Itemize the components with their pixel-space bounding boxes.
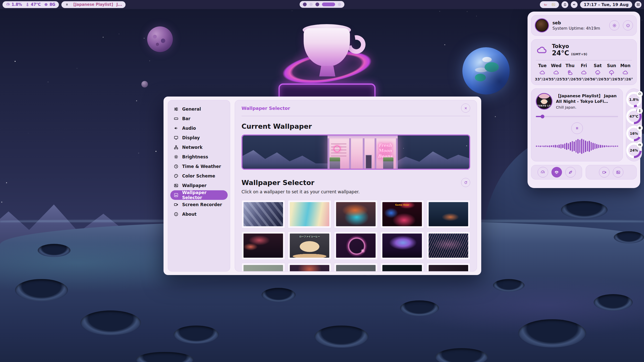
sidebar-item-display[interactable]: Display bbox=[170, 133, 228, 143]
gauge-disk: 24% bbox=[626, 143, 642, 158]
workspace-dot[interactable] bbox=[309, 3, 313, 6]
sidebar-item-about[interactable]: About bbox=[170, 209, 228, 219]
crater bbox=[493, 279, 525, 292]
sidebar-item-color-scheme[interactable]: Color Scheme bbox=[170, 171, 228, 181]
close-button[interactable] bbox=[461, 104, 470, 113]
tray-app-icon-b[interactable] bbox=[551, 2, 556, 7]
slider-thumb[interactable] bbox=[541, 115, 544, 118]
wallpaper-thumb-near-black[interactable] bbox=[380, 263, 424, 272]
powersaver-mode-button[interactable] bbox=[565, 167, 576, 177]
sidebar-item-network[interactable]: Network bbox=[170, 143, 228, 152]
wallpaper-thumb-mesh-wave[interactable] bbox=[427, 232, 470, 260]
earth-planet bbox=[462, 47, 510, 95]
wallpaper-thumb-eclipse-ring[interactable] bbox=[334, 232, 378, 260]
seek-slider[interactable] bbox=[536, 115, 618, 118]
dashboard-button[interactable] bbox=[635, 1, 641, 8]
waveform-bar bbox=[596, 144, 597, 149]
wallpaper-thumb-image bbox=[429, 202, 468, 226]
wallpaper-thumb-nebula-forest[interactable] bbox=[380, 232, 424, 260]
chip-icon bbox=[44, 3, 48, 7]
wallpaper-thumb-gray-green[interactable] bbox=[242, 263, 285, 272]
wallpaper-thumb-image bbox=[244, 202, 283, 226]
weather-day-temps: 33°/26° bbox=[562, 77, 578, 81]
weather-day-temps: 33°/26° bbox=[618, 77, 633, 81]
wallpaper-thumb-aurora-blur[interactable] bbox=[334, 200, 378, 228]
waveform-bar bbox=[608, 146, 609, 147]
media-player-pill[interactable]: 【Japanese Playlist】 J... bbox=[61, 1, 126, 8]
audio-visualizer bbox=[536, 135, 618, 157]
sidebar-item-screen-recorder[interactable]: Screen Recorder bbox=[170, 200, 228, 209]
system-tray[interactable] bbox=[540, 1, 559, 8]
screen-record-button[interactable] bbox=[599, 167, 610, 177]
sidebar-item-general[interactable]: General bbox=[170, 104, 228, 114]
sidebar-item-label: Display bbox=[182, 135, 200, 140]
wallpaper-thumb-snowy-night-village[interactable] bbox=[427, 200, 470, 228]
waveform-bar bbox=[558, 145, 560, 148]
wallpaper-thumb-autumn-dark[interactable] bbox=[288, 263, 331, 272]
workspace-indicator[interactable] bbox=[300, 1, 344, 8]
sidebar-item-bar[interactable]: Bar bbox=[170, 114, 228, 123]
wallpaper-thumb-image bbox=[429, 265, 468, 272]
weather-forecast: Tue33°/24°Wed35°/25°Thu33°/26°Fri35°/26°… bbox=[536, 63, 632, 81]
weather-day-name: Mon bbox=[620, 63, 631, 68]
sidebar-item-label: Audio bbox=[182, 126, 196, 131]
wallpaper-thumb-slate-gray[interactable] bbox=[334, 263, 378, 272]
workspace-dot[interactable] bbox=[303, 3, 307, 6]
system-stats-pill[interactable]: 1.8% 47°C 8G bbox=[3, 1, 59, 8]
crater bbox=[80, 310, 141, 335]
power-button[interactable] bbox=[623, 20, 633, 30]
weather-day-temps: 35°/25° bbox=[549, 77, 564, 81]
waveform-bar bbox=[589, 141, 590, 152]
gauge-chip: 16% bbox=[626, 126, 642, 141]
system-uptime: System Uptime: 4h19m bbox=[552, 26, 606, 31]
play-pause-button[interactable] bbox=[571, 122, 583, 134]
wallpaper-thumb-pastel-gradient[interactable] bbox=[288, 200, 331, 228]
scales-icon bbox=[554, 170, 559, 175]
wallpaper-thumb-cyberpunk-arcade[interactable]: Game Over bbox=[380, 200, 424, 228]
wallpaper-thumb-crimson-forest[interactable] bbox=[242, 232, 285, 260]
wallpaper-thumb-lofi-coffee-shop[interactable]: ローファイコーヒー bbox=[288, 232, 331, 260]
tray-app-icon-a[interactable] bbox=[543, 2, 548, 7]
settings-button[interactable] bbox=[609, 20, 619, 30]
wallpaper-thumb-label: ローファイコーヒー bbox=[299, 235, 320, 238]
wallpaper-thumb-dark-maroon[interactable] bbox=[427, 263, 470, 272]
waveform-bar bbox=[536, 146, 537, 147]
network-icon bbox=[174, 145, 179, 150]
workspace-dot[interactable] bbox=[315, 3, 319, 6]
clock-pill[interactable]: 17:17 - Tue, 19 Aug bbox=[580, 1, 632, 8]
crater bbox=[15, 279, 68, 301]
weather-card: Tokyo 24°C (GMT+9) Tue33°/24°Wed35°/25°T… bbox=[531, 39, 637, 85]
volume-button[interactable] bbox=[571, 1, 578, 8]
video-camera-icon bbox=[602, 170, 607, 175]
bar-right: 17:17 - Tue, 19 Aug bbox=[540, 1, 641, 8]
sidebar-item-audio[interactable]: Audio bbox=[170, 123, 228, 133]
workspace-dot[interactable] bbox=[338, 3, 341, 6]
screenshot-button[interactable] bbox=[613, 167, 623, 177]
waveform-bar bbox=[585, 141, 586, 152]
speaker-icon bbox=[572, 3, 576, 7]
balanced-mode-button[interactable] bbox=[551, 167, 562, 177]
waveform-bar bbox=[613, 146, 615, 147]
refresh-button[interactable] bbox=[461, 178, 470, 187]
system-gauges-card: 1.8%47°C16%24% bbox=[626, 88, 642, 161]
performance-mode-button[interactable] bbox=[538, 167, 548, 177]
sidebar-item-brightness[interactable]: Brightness bbox=[170, 152, 228, 162]
sidebar-item-wallpaper[interactable]: Wallpaper bbox=[170, 181, 228, 190]
wallpaper-thumb-anime-street[interactable] bbox=[242, 200, 285, 228]
sidebar-item-wallpaper-selector[interactable]: Wallpaper Selector bbox=[170, 190, 228, 200]
wallpaper-thumb-image bbox=[244, 265, 283, 272]
display-icon bbox=[174, 135, 179, 140]
wallpaper-thumb-image bbox=[429, 234, 468, 258]
top-bar: 1.8% 47°C 8G 【Japanese Playlist】 J... bbox=[0, 0, 644, 9]
image-icon bbox=[174, 183, 179, 188]
notifications-button[interactable] bbox=[561, 1, 568, 8]
workspace-active[interactable] bbox=[322, 3, 335, 6]
sidebar-item-label: Wallpaper bbox=[182, 183, 207, 188]
waveform-bar bbox=[591, 142, 592, 151]
bar-icon bbox=[174, 116, 179, 121]
image-icon bbox=[616, 170, 621, 175]
waveform-bar bbox=[604, 145, 605, 147]
gauge-thermometer: 47°C bbox=[626, 109, 642, 124]
settings-content: Wallpaper Selector Current Wallpaper Fre… bbox=[235, 100, 477, 272]
sidebar-item-time-weather[interactable]: Time & Weather bbox=[170, 162, 228, 171]
